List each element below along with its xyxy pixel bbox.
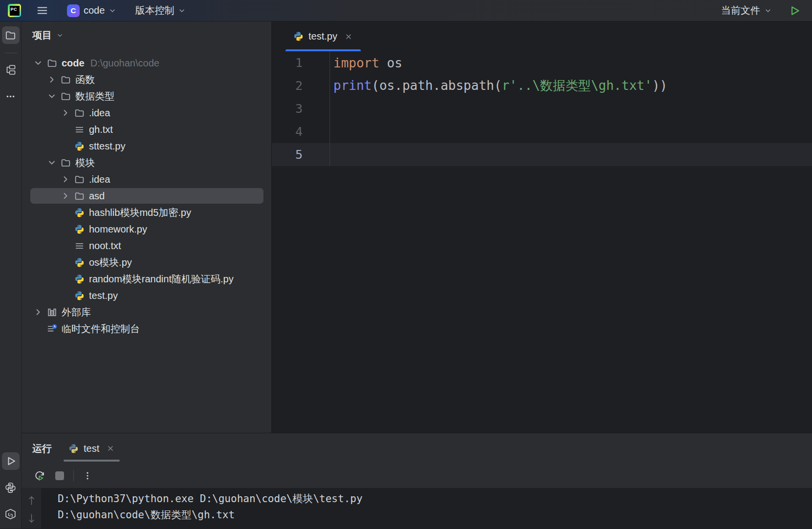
editor-tab-testpy[interactable]: test.py bbox=[285, 21, 361, 51]
chevron-down-icon[interactable] bbox=[47, 91, 57, 101]
text-icon bbox=[74, 241, 85, 251]
tree-item-label: test.py bbox=[89, 287, 118, 304]
scroll-up-icon[interactable] bbox=[27, 495, 36, 507]
tree-item[interactable]: gh.txt bbox=[22, 121, 271, 138]
chevron-down-icon bbox=[56, 32, 64, 39]
play-icon bbox=[5, 455, 17, 467]
code-line[interactable]: 2print(os.path.abspath(r'..\数据类型\gh.txt'… bbox=[272, 74, 812, 97]
python-file-icon bbox=[74, 274, 85, 284]
tree-item-path: D:\guohan\code bbox=[90, 58, 159, 69]
chevron-right-icon[interactable] bbox=[47, 75, 57, 85]
tree-item[interactable]: .idea bbox=[22, 105, 271, 121]
project-tool-window-button[interactable] bbox=[2, 26, 20, 44]
code-line-current[interactable]: 5 bbox=[272, 143, 812, 166]
code-line[interactable]: 3 bbox=[272, 97, 812, 120]
stop-button[interactable] bbox=[53, 469, 66, 482]
run-configuration-label: 当前文件 bbox=[721, 4, 760, 17]
run-tool-window: 运行 test bbox=[22, 433, 812, 529]
tree-item-label: noot.txt bbox=[89, 237, 121, 254]
chevron-down-icon[interactable] bbox=[47, 158, 57, 168]
folder-icon bbox=[74, 191, 85, 201]
python-console-button[interactable] bbox=[2, 479, 20, 496]
project-panel-header[interactable]: 项目 bbox=[22, 21, 271, 49]
scroll-down-icon[interactable] bbox=[27, 512, 36, 524]
run-button[interactable] bbox=[788, 4, 801, 18]
more-options-button[interactable] bbox=[81, 469, 94, 482]
tree-item[interactable]: 函数 bbox=[22, 71, 271, 88]
chevron-glyph bbox=[33, 58, 43, 68]
chevron-right-icon[interactable] bbox=[33, 307, 43, 317]
python-glyph bbox=[74, 291, 85, 301]
run-console: D:\Python37\python.exe D:\guohan\code\模块… bbox=[22, 488, 812, 529]
rerun-button[interactable] bbox=[33, 469, 46, 482]
stripe-divider bbox=[4, 53, 17, 53]
tree-item[interactable]: sttest.py bbox=[22, 138, 271, 154]
chevron-glyph bbox=[47, 158, 57, 168]
folder-icon bbox=[47, 58, 57, 68]
python-packages-button[interactable] bbox=[2, 505, 20, 523]
chevron-right-icon[interactable] bbox=[61, 191, 70, 201]
structure-tool-window-button[interactable] bbox=[2, 61, 20, 79]
chevron-right-icon[interactable] bbox=[61, 174, 70, 184]
chevron-glyph bbox=[61, 108, 70, 118]
tree-item[interactable]: codeD:\guohan\code bbox=[22, 55, 271, 71]
tree-item[interactable]: asd bbox=[22, 188, 271, 204]
console-output[interactable]: D:\Python37\python.exe D:\guohan\code\模块… bbox=[41, 488, 363, 529]
tree-item[interactable]: 数据类型 bbox=[22, 88, 271, 105]
stop-icon bbox=[55, 471, 64, 480]
project-name: code bbox=[84, 5, 105, 16]
tree-item[interactable]: noot.txt bbox=[22, 237, 271, 254]
tree-item[interactable]: random模块randint随机验证码.py bbox=[22, 271, 271, 287]
run-toolbar bbox=[22, 464, 812, 488]
folder-icon bbox=[5, 30, 16, 41]
chevron-glyph bbox=[47, 75, 57, 85]
python-glyph bbox=[74, 257, 85, 268]
tree-item[interactable]: test.py bbox=[22, 287, 271, 304]
tree-item-label: hashlib模块md5加密.py bbox=[89, 204, 191, 221]
tree-item-label: asd bbox=[89, 188, 105, 204]
tree-item[interactable]: .idea bbox=[22, 171, 271, 188]
text-icon bbox=[74, 125, 85, 135]
chevron-down-icon bbox=[109, 7, 116, 15]
scratch-icon bbox=[47, 324, 57, 334]
tree-item-label: 数据类型 bbox=[75, 88, 114, 105]
tree-item[interactable]: 模块 bbox=[22, 154, 271, 171]
scratch-glyph bbox=[47, 324, 57, 334]
project-widget[interactable]: C code bbox=[67, 4, 116, 17]
run-configuration-selector[interactable]: 当前文件 bbox=[721, 4, 772, 17]
console-line: D:\Python37\python.exe D:\guohan\code\模块… bbox=[58, 491, 363, 507]
tree-item[interactable]: 外部库 bbox=[22, 304, 271, 320]
run-tab-label: test bbox=[84, 443, 99, 454]
main-menu-button[interactable] bbox=[36, 4, 48, 17]
python-icon bbox=[4, 482, 17, 494]
tool-window-stripe bbox=[0, 21, 22, 529]
python-run-icon bbox=[68, 444, 79, 454]
chevron-right-icon[interactable] bbox=[61, 108, 70, 118]
tree-item[interactable]: homework.py bbox=[22, 221, 271, 237]
more-tool-windows-button[interactable] bbox=[2, 87, 20, 105]
chevron-down-icon[interactable] bbox=[33, 58, 43, 68]
editor-tab-label: test.py bbox=[308, 31, 337, 42]
code-line[interactable]: 4 bbox=[272, 120, 812, 143]
kebab-icon bbox=[83, 471, 92, 481]
run-tab-test[interactable]: test bbox=[63, 433, 121, 464]
close-icon[interactable] bbox=[106, 444, 115, 453]
close-icon[interactable] bbox=[344, 32, 353, 41]
tree-item[interactable]: os模块.py bbox=[22, 254, 271, 271]
library-glyph bbox=[47, 307, 57, 317]
code-line[interactable]: 1import os bbox=[272, 51, 812, 74]
run-tool-window-button[interactable] bbox=[2, 452, 20, 470]
tree-item-label: os模块.py bbox=[89, 254, 132, 271]
pycharm-logo-text: PC bbox=[10, 6, 20, 16]
line-number: 5 bbox=[272, 143, 330, 166]
vcs-widget[interactable]: 版本控制 bbox=[135, 4, 186, 17]
tree-item[interactable]: hashlib模块md5加密.py bbox=[22, 204, 271, 221]
python-file-icon bbox=[74, 257, 85, 268]
chevron-glyph bbox=[61, 191, 70, 201]
python-file-icon bbox=[293, 31, 304, 42]
code-editor[interactable]: 1import os2print(os.path.abspath(r'..\数据… bbox=[272, 51, 812, 433]
tree-item-label: gh.txt bbox=[89, 121, 113, 138]
hamburger-icon bbox=[38, 8, 46, 14]
tree-item[interactable]: 临时文件和控制台 bbox=[22, 320, 271, 337]
folder-icon bbox=[61, 91, 71, 102]
